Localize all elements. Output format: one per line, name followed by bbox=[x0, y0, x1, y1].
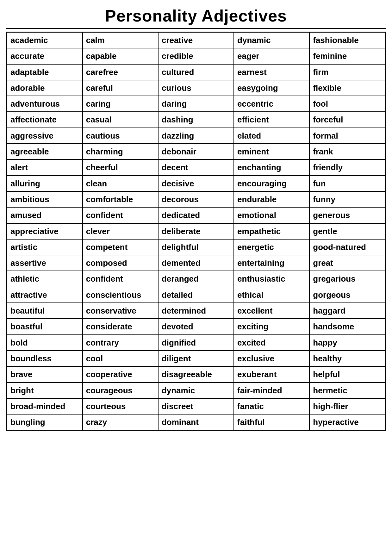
cell-col4-row5: eccentric bbox=[234, 96, 309, 112]
adjective-word: clean bbox=[86, 177, 155, 190]
cell-col3-row10: decisive bbox=[158, 176, 234, 191]
adjective-word: exciting bbox=[237, 320, 306, 333]
cell-col4-row17: ethical bbox=[234, 287, 309, 303]
adjective-word: competent bbox=[86, 241, 155, 253]
adjective-word: helpful bbox=[313, 368, 382, 381]
adjective-word: diligent bbox=[162, 352, 230, 365]
cell-col5-row3: firm bbox=[309, 64, 385, 80]
cell-col4-row19: exciting bbox=[234, 319, 309, 334]
adjective-word: comfortable bbox=[86, 193, 155, 206]
cell-col5-row16: gregarious bbox=[309, 271, 385, 287]
adjective-word: ethical bbox=[237, 289, 306, 301]
cell-col4-row12: emotional bbox=[234, 207, 309, 223]
cell-col1-row16: athletic bbox=[7, 271, 83, 287]
adjective-word: bungling bbox=[10, 416, 79, 428]
adjective-word: brave bbox=[10, 368, 79, 381]
page-title: Personality Adjectives bbox=[6, 6, 386, 29]
adjective-word: creative bbox=[162, 34, 230, 47]
cell-col1-row11: ambitious bbox=[7, 191, 83, 207]
cell-col4-row9: enchanting bbox=[234, 159, 309, 175]
cell-col5-row19: handsome bbox=[309, 319, 385, 334]
adjective-word: adventurous bbox=[10, 97, 79, 110]
adjective-word: deranged bbox=[162, 272, 230, 285]
adjective-word: alert bbox=[10, 161, 79, 174]
adjective-word: affectionate bbox=[10, 113, 79, 126]
adjective-word: devoted bbox=[162, 320, 230, 333]
cell-col2-row16: confident bbox=[83, 271, 158, 287]
cell-col3-row13: deliberate bbox=[158, 223, 234, 239]
cell-col3-row23: dynamic bbox=[158, 383, 234, 398]
adjective-word: caring bbox=[86, 97, 155, 110]
cell-col5-row10: fun bbox=[309, 176, 385, 191]
adjective-word: fool bbox=[313, 97, 382, 110]
adjective-word: capable bbox=[86, 50, 155, 62]
adjectives-table: academiccalmcreativedynamicfashionableac… bbox=[6, 32, 386, 431]
adjective-word: enchanting bbox=[237, 161, 306, 174]
adjective-word: cautious bbox=[86, 129, 155, 142]
cell-col2-row8: charming bbox=[83, 144, 158, 159]
adjective-word: considerate bbox=[86, 320, 155, 333]
cell-col5-row2: feminine bbox=[309, 48, 385, 64]
cell-col2-row21: cool bbox=[83, 351, 158, 366]
adjective-word: good-natured bbox=[313, 241, 382, 253]
adjective-word: courageous bbox=[86, 384, 155, 397]
adjective-word: encouraging bbox=[237, 177, 306, 190]
cell-col1-row22: brave bbox=[7, 366, 83, 382]
adjective-word: fun bbox=[313, 177, 382, 190]
cell-col4-row1: dynamic bbox=[234, 32, 309, 48]
cell-col1-row14: artistic bbox=[7, 239, 83, 255]
cell-col5-row11: funny bbox=[309, 191, 385, 207]
adjective-word: happy bbox=[313, 336, 382, 349]
adjective-word: careful bbox=[86, 82, 155, 94]
adjective-word: eminent bbox=[237, 145, 306, 158]
adjective-word: courteous bbox=[86, 400, 155, 413]
cell-col2-row2: capable bbox=[83, 48, 158, 64]
adjective-word: fanatic bbox=[237, 400, 306, 413]
cell-col4-row25: faithful bbox=[234, 414, 309, 430]
adjective-word: cooperative bbox=[86, 368, 155, 381]
cell-col3-row4: curious bbox=[158, 80, 234, 96]
cell-col2-row6: casual bbox=[83, 112, 158, 128]
cell-col5-row23: hermetic bbox=[309, 383, 385, 398]
cell-col2-row9: cheerful bbox=[83, 159, 158, 175]
cell-col3-row14: delightful bbox=[158, 239, 234, 255]
adjective-word: deliberate bbox=[162, 225, 230, 238]
cell-col2-row7: cautious bbox=[83, 128, 158, 144]
cell-col4-row22: exuberant bbox=[234, 366, 309, 382]
adjective-word: frank bbox=[313, 145, 382, 158]
adjective-word: dashing bbox=[162, 113, 230, 126]
adjective-word: discreet bbox=[162, 400, 230, 413]
adjective-word: dignified bbox=[162, 336, 230, 349]
adjective-word: contrary bbox=[86, 336, 155, 349]
adjective-word: boastful bbox=[10, 320, 79, 333]
cell-col4-row3: earnest bbox=[234, 64, 309, 80]
cell-col3-row5: daring bbox=[158, 96, 234, 112]
cell-col5-row20: happy bbox=[309, 335, 385, 351]
cell-col1-row8: agreeable bbox=[7, 144, 83, 159]
adjective-word: bright bbox=[10, 384, 79, 397]
adjective-word: entertaining bbox=[237, 257, 306, 269]
cell-col4-row10: encouraging bbox=[234, 176, 309, 191]
cell-col1-row15: assertive bbox=[7, 255, 83, 271]
cell-col2-row11: comfortable bbox=[83, 191, 158, 207]
adjective-word: dynamic bbox=[162, 384, 230, 397]
cell-col5-row22: helpful bbox=[309, 366, 385, 382]
adjective-word: beautiful bbox=[10, 304, 79, 317]
adjective-word: decorous bbox=[162, 193, 230, 206]
cell-col1-row2: accurate bbox=[7, 48, 83, 64]
cell-col3-row18: determined bbox=[158, 303, 234, 319]
adjective-word: confident bbox=[86, 272, 155, 285]
adjective-word: gorgeous bbox=[313, 289, 382, 301]
adjective-word: haggard bbox=[313, 304, 382, 317]
cell-col2-row17: conscientious bbox=[83, 287, 158, 303]
adjective-word: dedicated bbox=[162, 209, 230, 221]
adjective-word: fashionable bbox=[313, 34, 382, 47]
cell-col1-row19: boastful bbox=[7, 319, 83, 334]
adjective-word: casual bbox=[86, 113, 155, 126]
cell-col3-row6: dashing bbox=[158, 112, 234, 128]
cell-col1-row25: bungling bbox=[7, 414, 83, 430]
adjective-word: carefree bbox=[86, 66, 155, 78]
cell-col2-row22: cooperative bbox=[83, 366, 158, 382]
cell-col4-row7: elated bbox=[234, 128, 309, 144]
cell-col5-row12: generous bbox=[309, 207, 385, 223]
